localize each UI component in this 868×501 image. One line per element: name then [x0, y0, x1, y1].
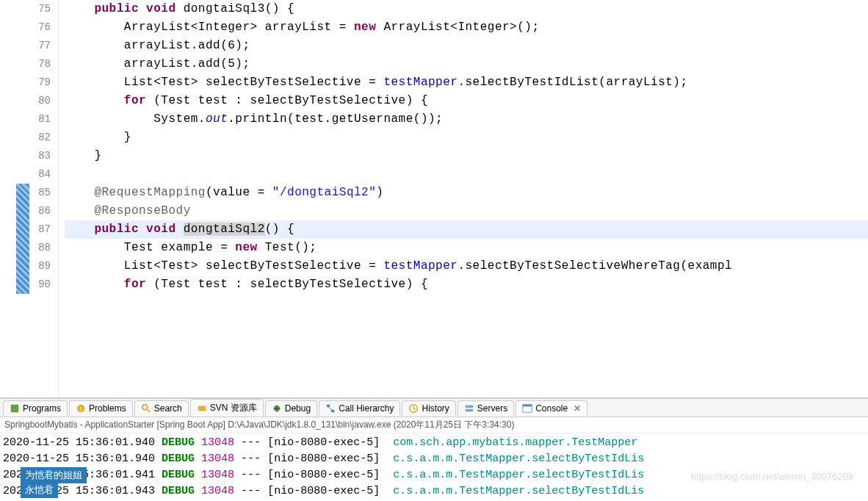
line-number: 76 — [0, 18, 51, 37]
tab-svn-资源库[interactable]: SVN 资源库 — [190, 399, 264, 417]
line-number: 83 — [0, 147, 51, 165]
console-output[interactable]: 2020-11-25 15:36:01.940 DEBUG 13048 --- … — [0, 433, 868, 501]
tab-problems[interactable]: !Problems — [69, 400, 133, 416]
line-number: 84 — [0, 165, 51, 184]
svg-rect-18 — [523, 404, 532, 406]
code-line[interactable]: public void dongtaiSql3() { — [65, 0, 868, 18]
history-icon — [408, 403, 419, 414]
line-number: 77 — [0, 37, 51, 55]
views-tabstrip: Programs!ProblemsSearchSVN 资源库DebugCall … — [0, 398, 868, 417]
code-line[interactable]: } — [65, 129, 868, 147]
line-number: 78 — [0, 55, 51, 73]
tab-label: Programs — [23, 403, 61, 414]
code-line[interactable]: @RequestMapping(value = "/dongtaiSql2") — [65, 184, 868, 202]
code-line[interactable]: for (Test test : selectByTestSelective) … — [65, 92, 868, 110]
problems-icon: ! — [76, 403, 86, 414]
code-line[interactable]: public void dongtaiSql2() { — [65, 220, 868, 239]
tab-debug[interactable]: Debug — [265, 400, 317, 416]
close-icon[interactable]: ✕ — [574, 403, 581, 414]
code-line[interactable]: System.out.println(test.getUsername()); — [65, 110, 868, 129]
tab-history[interactable]: History — [402, 400, 455, 416]
log-line: 2020-11-25 15:36:01.940 DEBUG 13048 --- … — [3, 435, 865, 451]
tab-label: SVN 资源库 — [210, 402, 257, 414]
line-number: 82 — [0, 129, 51, 147]
log-line: 2020-11-25 15:36:01.940 DEBUG 13048 --- … — [3, 451, 865, 467]
tab-label: Debug — [285, 403, 311, 414]
line-gutter: 75767778798081828384858687888990 — [0, 0, 59, 397]
overlay-label-2: 永恺君 — [21, 482, 58, 498]
svg-rect-15 — [466, 405, 474, 408]
console-launch-title: SpringbootMybatis - ApplicationStarter [… — [0, 417, 868, 433]
tab-label: Call Hierarchy — [339, 403, 394, 414]
tab-label: Search — [154, 403, 182, 414]
tab-label: Servers — [477, 403, 507, 414]
code-line[interactable]: ArrayList<Integer> arrayList = new Array… — [65, 18, 868, 37]
program-icon — [10, 403, 20, 414]
tab-servers[interactable]: Servers — [457, 400, 514, 416]
tab-console[interactable]: Console✕ — [516, 400, 587, 416]
svg-line-11 — [328, 407, 333, 410]
code-line[interactable]: } — [65, 147, 868, 165]
code-line[interactable]: arrayList.add(5); — [65, 55, 868, 73]
code-line[interactable] — [65, 165, 868, 184]
line-number: 79 — [0, 73, 51, 92]
tab-label: Console — [535, 403, 568, 414]
tab-search[interactable]: Search — [134, 400, 189, 416]
overlay-label-1: 为恺君的姐姐 — [21, 467, 87, 483]
svn-icon — [197, 403, 207, 414]
svg-line-4 — [147, 409, 150, 412]
code-line[interactable]: for (Test test : selectByTestSelective) … — [65, 275, 868, 294]
tab-label: Problems — [89, 403, 126, 414]
call-hierarchy-icon — [325, 403, 336, 414]
tab-programs[interactable]: Programs — [3, 400, 68, 416]
tab-call-hierarchy[interactable]: Call Hierarchy — [319, 400, 400, 416]
log-line: 2020-11-25 15:36:01.943 DEBUG 13048 --- … — [3, 483, 865, 500]
code-line[interactable]: Test example = new Test(); — [65, 239, 868, 257]
code-line[interactable]: List<Test> selectByTestSelective = testM… — [65, 257, 868, 275]
svg-text:!: ! — [80, 405, 82, 412]
tab-label: History — [422, 403, 449, 414]
line-number: 75 — [0, 0, 51, 18]
search-icon — [141, 403, 151, 414]
code-line[interactable]: arrayList.add(6); — [65, 37, 868, 55]
svg-rect-10 — [331, 409, 334, 412]
svg-line-14 — [413, 408, 416, 410]
code-content[interactable]: public void dongtaiSql3() { ArrayList<In… — [59, 0, 868, 397]
line-number: 80 — [0, 92, 51, 110]
svg-rect-5 — [198, 406, 206, 411]
change-marker — [16, 184, 29, 294]
svg-rect-16 — [466, 408, 474, 411]
code-line[interactable]: List<Test> selectByTestSelective = testM… — [65, 73, 868, 92]
svg-rect-0 — [11, 404, 19, 412]
code-line[interactable]: @ResponseBody — [65, 202, 868, 220]
code-editor[interactable]: 75767778798081828384858687888990 public … — [0, 0, 868, 398]
debug-icon — [272, 403, 282, 414]
console-icon — [522, 403, 532, 414]
watermark: https://blog.csdn.net/weixin_30076209 — [691, 471, 853, 482]
svg-rect-9 — [327, 404, 330, 407]
servers-icon — [464, 403, 474, 414]
svg-point-3 — [142, 404, 147, 409]
line-number: 81 — [0, 110, 51, 129]
